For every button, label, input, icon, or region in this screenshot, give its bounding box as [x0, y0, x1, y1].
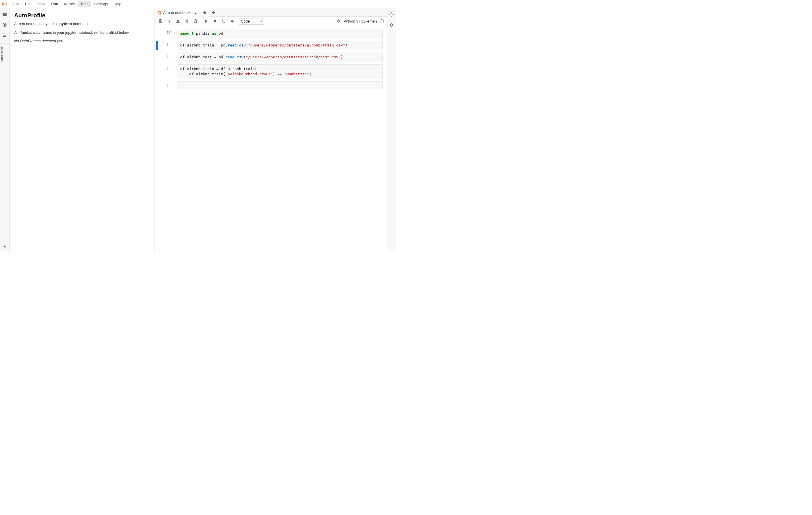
- svg-line-38: [390, 24, 390, 25]
- svg-marker-26: [231, 20, 232, 23]
- property-inspector-icon[interactable]: [387, 10, 396, 19]
- editor-area: Airbnb notebook.ipynb CodeMarkdownRaw: [154, 8, 387, 251]
- notebook-toolbar: CodeMarkdownRaw Python 3 (ipykernel): [154, 17, 387, 26]
- menu-file[interactable]: File: [10, 1, 22, 7]
- svg-rect-2: [4, 24, 5, 26]
- tab-notebook[interactable]: Airbnb notebook.ipynb: [154, 8, 209, 17]
- svg-line-39: [393, 24, 393, 25]
- stop-button[interactable]: [211, 18, 219, 25]
- extensions-icon[interactable]: [1, 243, 9, 251]
- svg-rect-9: [158, 13, 160, 13]
- cell-gutter: [156, 53, 158, 62]
- cell-gutter: [156, 82, 158, 89]
- cell-input[interactable]: import pandas as pd: [178, 29, 383, 38]
- svg-rect-13: [160, 21, 162, 23]
- code-cell[interactable]: [1]:import pandas as pd: [156, 29, 383, 38]
- svg-marker-24: [205, 20, 208, 23]
- running-sessions-icon[interactable]: [1, 21, 9, 29]
- code-cell[interactable]: [ ]:df_airbnb_train = pd.read_csv("/User…: [156, 41, 383, 50]
- main-area: AutoProfile AutoProfile Airbnb notebook.…: [0, 8, 396, 251]
- svg-point-35: [391, 14, 393, 15]
- panel-title: AutoProfile: [14, 12, 150, 19]
- kernel-name[interactable]: Python 3 (ipykernel): [343, 19, 377, 23]
- svg-line-33: [340, 22, 340, 22]
- cell-prompt: [ ]:: [159, 82, 178, 89]
- add-cell-button[interactable]: [166, 18, 173, 25]
- menubar: FileEditViewRunKernelTabsSettingsHelp: [0, 0, 396, 8]
- svg-line-31: [340, 21, 340, 21]
- folder-icon[interactable]: [1, 10, 9, 19]
- cell-prompt: [1]:: [159, 29, 178, 38]
- save-button[interactable]: [157, 18, 164, 25]
- cell-input[interactable]: df_airbnb_test = pd.read_csv("/Users/wep…: [178, 53, 383, 62]
- debug-icon[interactable]: [335, 18, 342, 25]
- autoprofile-tab-label[interactable]: AutoProfile: [0, 43, 9, 64]
- paste-button[interactable]: [192, 18, 199, 25]
- svg-point-0: [3, 2, 7, 6]
- panel-line2: All Pandas dataframes in your jupyter no…: [14, 30, 150, 35]
- code-cell[interactable]: [ ]:: [156, 82, 383, 89]
- cell-gutter: [156, 64, 158, 80]
- svg-line-19: [177, 20, 178, 22]
- new-tab-button[interactable]: [209, 8, 218, 17]
- menu-edit[interactable]: Edit: [22, 1, 34, 7]
- run-button[interactable]: [202, 18, 210, 25]
- cell-input[interactable]: [178, 82, 383, 89]
- svg-point-28: [338, 20, 339, 22]
- tab-dirty-indicator[interactable]: [203, 11, 206, 14]
- svg-line-32: [337, 22, 338, 22]
- menu-tabs[interactable]: Tabs: [78, 1, 91, 7]
- cell-type-select[interactable]: CodeMarkdownRaw: [239, 18, 264, 25]
- cell-input[interactable]: df_airbnb_train = pd.read_csv("/Users/we…: [178, 41, 383, 50]
- notebook-icon: [157, 11, 162, 15]
- run-all-button[interactable]: [228, 18, 236, 25]
- svg-marker-27: [232, 20, 234, 23]
- side-panel: AutoProfile Airbnb notebook.ipynb is a p…: [9, 8, 154, 251]
- toc-icon[interactable]: [1, 31, 9, 39]
- svg-point-36: [390, 24, 393, 26]
- tab-label: Airbnb notebook.ipynb: [163, 10, 200, 15]
- cell-prompt: [ ]:: [159, 41, 178, 50]
- svg-rect-21: [185, 20, 187, 22]
- code-cell[interactable]: [ ]:df_airbnb_test = pd.read_csv("/Users…: [156, 53, 383, 62]
- jupyter-logo: [2, 1, 7, 7]
- svg-rect-25: [214, 20, 216, 23]
- svg-line-40: [390, 25, 390, 26]
- cell-gutter: [156, 29, 158, 38]
- cell-input[interactable]: df_airbnb_train = df_airbnb_train[ df_ai…: [178, 64, 383, 80]
- cell-prompt: [ ]:: [159, 64, 178, 80]
- notebook-body[interactable]: [1]:import pandas as pd[ ]:df_airbnb_tra…: [154, 26, 387, 251]
- menu-settings[interactable]: Settings: [91, 1, 111, 7]
- menu-help[interactable]: Help: [111, 1, 124, 7]
- panel-empty-message: No DataFrames detected yet!: [14, 38, 150, 44]
- left-sidebar-rail: AutoProfile: [0, 8, 9, 251]
- cut-button[interactable]: [174, 18, 182, 25]
- svg-rect-7: [158, 11, 161, 12]
- code-cell[interactable]: [ ]:df_airbnb_train = df_airbnb_train[ d…: [156, 64, 383, 80]
- kernel-status-indicator[interactable]: [380, 19, 384, 23]
- right-sidebar-rail: [387, 8, 396, 251]
- svg-rect-20: [186, 21, 188, 23]
- svg-line-18: [177, 20, 179, 22]
- tabbar: Airbnb notebook.ipynb: [154, 8, 387, 17]
- svg-line-41: [393, 25, 393, 26]
- debugger-panel-icon[interactable]: [387, 21, 396, 29]
- svg-line-30: [337, 21, 338, 21]
- svg-rect-12: [160, 20, 161, 21]
- menu-kernel[interactable]: Kernel: [61, 1, 78, 7]
- cell-prompt: [ ]:: [159, 53, 178, 62]
- menu-run[interactable]: Run: [48, 1, 61, 7]
- copy-button[interactable]: [183, 18, 190, 25]
- cell-gutter: [156, 41, 158, 50]
- menu-view[interactable]: View: [34, 1, 48, 7]
- panel-line1: Airbnb notebook.ipynb is a python notebo…: [14, 21, 150, 27]
- restart-button[interactable]: [220, 18, 227, 25]
- svg-rect-8: [158, 12, 161, 13]
